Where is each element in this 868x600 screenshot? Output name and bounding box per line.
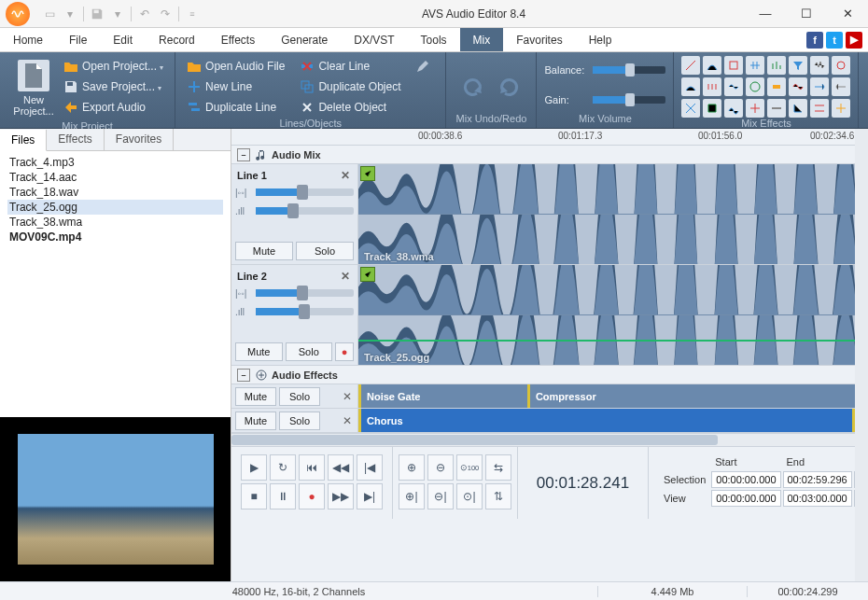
sel-start[interactable]: 00:00:00.000 xyxy=(711,471,780,488)
vertical-scrollbar[interactable] xyxy=(855,129,868,581)
rewind-button[interactable]: ◀◀ xyxy=(328,454,354,481)
zoom-fit-button[interactable]: ⊙| xyxy=(456,483,483,509)
fx-timestretch-icon[interactable] xyxy=(810,77,829,96)
close-icon[interactable]: ✕ xyxy=(339,270,352,283)
qat-customize-icon[interactable]: ≡ xyxy=(182,5,203,23)
volume-slider[interactable] xyxy=(256,207,354,215)
list-item[interactable]: Track_14.aac xyxy=(7,170,223,185)
play-button[interactable]: ▶ xyxy=(241,454,267,481)
tab-files[interactable]: Files xyxy=(0,130,47,151)
zoom-out-button[interactable]: ⊖ xyxy=(427,454,454,481)
menu-tools[interactable]: Tools xyxy=(408,28,460,51)
solo-button[interactable]: Solo xyxy=(279,412,320,430)
qat-undo-icon[interactable]: ↶ xyxy=(134,5,155,23)
start-button[interactable]: |◀ xyxy=(357,454,383,481)
fx-clip-compressor[interactable]: Compressor xyxy=(527,384,855,408)
menu-generate[interactable]: Generate xyxy=(268,28,341,51)
tab-favorites[interactable]: Favorites xyxy=(105,129,174,150)
fx-noise-icon[interactable] xyxy=(810,56,829,75)
fx-phaser-icon[interactable] xyxy=(767,77,786,96)
clip-handle-icon[interactable] xyxy=(360,166,375,181)
list-item[interactable]: Track_4.mp3 xyxy=(7,155,223,170)
zoom-in-button[interactable]: ⊕ xyxy=(399,454,425,481)
sel-end[interactable]: 00:02:59.296 xyxy=(783,471,852,488)
menu-edit[interactable]: Edit xyxy=(100,28,146,51)
zoom-sel-button[interactable]: ⇆ xyxy=(485,454,511,481)
edit-tool-button[interactable] xyxy=(412,57,438,76)
menu-file[interactable]: File xyxy=(56,28,100,51)
fx-fade-icon[interactable] xyxy=(703,56,721,75)
twitter-icon[interactable]: t xyxy=(826,32,843,49)
fx-invert-icon[interactable] xyxy=(746,99,764,118)
prev-button[interactable]: ⏮ xyxy=(299,454,325,481)
pause-button[interactable]: ⏸ xyxy=(270,483,296,509)
new-project-button[interactable]: New Project... xyxy=(7,56,60,120)
close-icon[interactable]: ✕ xyxy=(341,414,354,427)
delete-object-button[interactable]: Delete Object xyxy=(296,98,404,117)
open-audio-file-button[interactable]: Open Audio File xyxy=(183,57,288,76)
mute-button[interactable]: Mute xyxy=(235,342,283,361)
menu-dxvst[interactable]: DX/VST xyxy=(341,28,407,51)
fx-pitch-icon[interactable] xyxy=(832,56,850,75)
list-item[interactable]: Track_38.wma xyxy=(7,215,223,230)
record-arm-button[interactable]: ● xyxy=(335,342,354,361)
fx-tremolo-icon[interactable] xyxy=(724,99,743,118)
save-project-button[interactable]: Save Project... xyxy=(60,77,167,96)
gain-slider[interactable] xyxy=(593,96,665,104)
horizontal-scrollbar[interactable] xyxy=(231,433,855,446)
collapse-icon[interactable]: – xyxy=(237,369,250,382)
stop-button[interactable]: ■ xyxy=(241,483,267,509)
pan-slider[interactable] xyxy=(256,289,354,297)
view-start[interactable]: 00:00:00.000 xyxy=(711,490,780,507)
new-line-button[interactable]: New Line xyxy=(183,77,288,96)
close-icon[interactable]: ✕ xyxy=(339,169,352,182)
fx-gate-icon[interactable] xyxy=(789,99,807,118)
minimize-button[interactable]: — xyxy=(745,1,786,27)
close-button[interactable]: ✕ xyxy=(827,1,868,27)
qat-save-icon[interactable] xyxy=(87,5,107,23)
qat-open-icon[interactable]: ▾ xyxy=(60,5,80,23)
facebook-icon[interactable]: f xyxy=(806,32,823,49)
collapse-icon[interactable]: – xyxy=(237,148,250,161)
export-audio-button[interactable]: Export Audio xyxy=(60,98,167,117)
close-icon[interactable]: ✕ xyxy=(341,390,354,403)
menu-mix[interactable]: Mix xyxy=(460,28,504,51)
fx-chorus-icon[interactable] xyxy=(724,77,743,96)
duplicate-line-button[interactable]: Duplicate Line xyxy=(183,98,288,117)
zoom-region-button[interactable]: ⇅ xyxy=(485,483,511,509)
zoom-100-button[interactable]: ⊙100 xyxy=(456,454,483,481)
fx-clip-chorus[interactable]: Chorus xyxy=(358,409,855,432)
list-item[interactable]: Track_25.ogg xyxy=(7,200,223,215)
timeline-ruler[interactable]: 00:00:38.6 00:01:17.3 00:01:56.0 00:02:3… xyxy=(231,129,855,146)
fx-limiter-icon[interactable] xyxy=(810,99,829,118)
track-waveform[interactable]: Track_25.ogg xyxy=(358,265,855,365)
menu-home[interactable]: Home xyxy=(0,28,56,51)
mute-button[interactable]: Mute xyxy=(235,242,293,260)
tab-effects[interactable]: Effects xyxy=(47,129,104,150)
menu-help[interactable]: Help xyxy=(576,28,625,51)
end-button[interactable]: ▶| xyxy=(357,483,383,509)
fx-filter-icon[interactable] xyxy=(789,56,807,75)
menu-effects[interactable]: Effects xyxy=(208,28,268,51)
record-button[interactable]: ● xyxy=(299,483,325,509)
fx-reverse-icon[interactable] xyxy=(832,77,850,96)
fx-vibrato-icon[interactable] xyxy=(789,77,807,96)
qat-save-dd-icon[interactable]: ▾ xyxy=(107,5,128,23)
fx-delay-icon[interactable] xyxy=(703,77,721,96)
list-item[interactable]: Track_18.wav xyxy=(7,185,223,200)
fx-reverb-icon[interactable] xyxy=(681,77,700,96)
forward-button[interactable]: ▶▶ xyxy=(328,483,354,509)
undo-icon[interactable] xyxy=(461,73,485,97)
duplicate-object-button[interactable]: Duplicate Object xyxy=(296,77,404,96)
zoom-v-out-button[interactable]: ⊖| xyxy=(427,483,454,509)
fx-amplify-icon[interactable] xyxy=(681,56,700,75)
solo-button[interactable]: Solo xyxy=(286,342,333,361)
menu-record[interactable]: Record xyxy=(146,28,208,51)
redo-icon[interactable] xyxy=(497,73,521,97)
solo-button[interactable]: Solo xyxy=(296,242,354,260)
fx-more-icon[interactable] xyxy=(832,99,850,118)
mute-button[interactable]: Mute xyxy=(235,412,276,430)
clear-line-button[interactable]: Clear Line xyxy=(296,57,404,76)
zoom-v-in-button[interactable]: ⊕| xyxy=(399,483,425,509)
list-item[interactable]: MOV09C.mp4 xyxy=(7,230,223,244)
